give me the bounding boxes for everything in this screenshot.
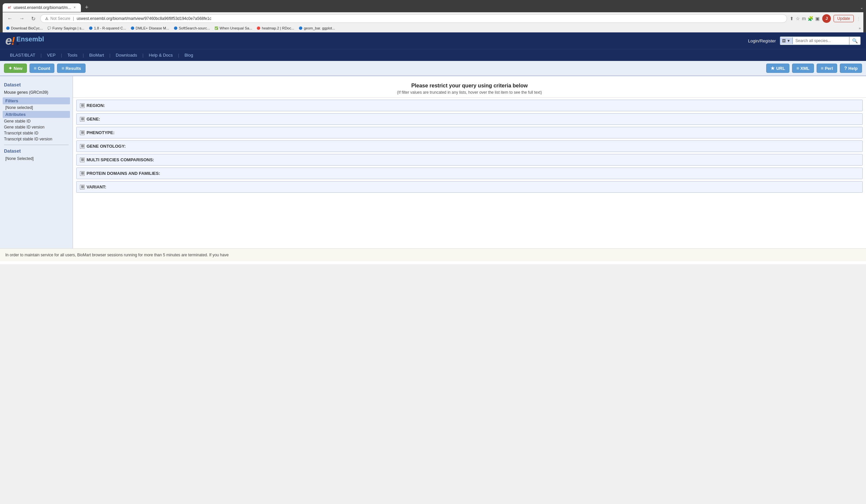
filter-section-phenotype: ⊞ PHENOTYPE: bbox=[76, 127, 863, 138]
bookmark-label-2: 1.8 - R-squared C... bbox=[94, 26, 126, 30]
address-bar[interactable]: ⚠ Not Secure | uswest.ensembl.org/biomar… bbox=[40, 14, 787, 23]
help-button[interactable]: ? Help bbox=[840, 64, 862, 73]
back-button[interactable]: ← bbox=[5, 15, 14, 22]
nav-links: BLAST/BLAT | VEP | Tools | BioMart | Dow… bbox=[5, 49, 861, 61]
logo-ensembl: Ensembl bbox=[16, 36, 44, 42]
xml-button[interactable]: ≡ XML bbox=[792, 64, 814, 73]
toolbar-right: ★ URL ≡ XML ≡ Perl ? Help bbox=[766, 64, 862, 73]
sidebar: Dataset Mouse genes (GRCm39) Filters [No… bbox=[0, 76, 73, 248]
new-button[interactable]: ✦ New bbox=[4, 64, 27, 73]
sidebar-attr-transcript-stable-id[interactable]: Transcript stable ID bbox=[3, 130, 70, 136]
bookmark-2[interactable]: 🔵 1.8 - R-squared C... bbox=[88, 26, 126, 31]
user-avatar[interactable]: J bbox=[822, 14, 831, 23]
help-label: Help bbox=[848, 66, 858, 71]
nav-vep[interactable]: VEP bbox=[42, 49, 60, 61]
results-button[interactable]: ≡ Results bbox=[57, 64, 85, 73]
nav-blog[interactable]: Blog bbox=[180, 49, 198, 61]
sidebar-attr-gene-stable-id-version[interactable]: Gene stable ID version bbox=[3, 124, 70, 130]
bookmarks-more-button[interactable]: » bbox=[859, 26, 861, 30]
species-selector-icon: 🖼 ▼ bbox=[782, 39, 790, 43]
sidebar-attr-gene-stable-id[interactable]: Gene stable ID bbox=[3, 118, 70, 124]
address-bar-row: ← → ↻ ⚠ Not Secure | uswest.ensembl.org/… bbox=[3, 12, 863, 25]
bookmark-5[interactable]: ✅ When Unequal Sa... bbox=[214, 26, 252, 31]
filter-section-gene-ontology-row[interactable]: ⊞ GENE ONTOLOGY: bbox=[77, 141, 862, 152]
filter-section-multi-species-row[interactable]: ⊞ MULTI SPECIES COMPARISONS: bbox=[77, 154, 862, 165]
nav-sep-0: | bbox=[40, 49, 42, 61]
nav-help-docs[interactable]: Help & Docs bbox=[144, 49, 177, 61]
url-icon: ★ bbox=[770, 66, 775, 71]
bookmark-label-4: SoftSearch-sourc... bbox=[179, 26, 210, 30]
bookmark-favicon-7: 🔵 bbox=[298, 26, 303, 31]
filter-gene-label: GENE: bbox=[87, 117, 100, 122]
results-label: Results bbox=[66, 66, 81, 71]
expand-multi-species-icon: ⊞ bbox=[80, 158, 85, 162]
nav-blast-blat[interactable]: BLAST/BLAT bbox=[5, 49, 40, 61]
filter-section-variant-row[interactable]: ⊞ VARIANT: bbox=[77, 182, 862, 192]
biomart-toolbar: ✦ New ≡ Count ≡ Results ★ URL ≡ XML ≡ Pe… bbox=[0, 61, 866, 76]
filter-section-protein-domains-row[interactable]: ⊞ PROTEIN DOMAINS AND FAMILIES: bbox=[77, 168, 862, 179]
tab-favicon: e! bbox=[8, 5, 11, 9]
bottom-notice: In order to maintain service for all use… bbox=[0, 248, 866, 261]
new-label: New bbox=[14, 66, 23, 71]
extensions-icon[interactable]: 🧩 bbox=[808, 16, 813, 21]
search-input[interactable] bbox=[793, 37, 849, 44]
bookmark-6[interactable]: 🔴 heatmap.2 | RDoc... bbox=[256, 26, 295, 31]
not-secure-label: Not Secure bbox=[51, 16, 70, 21]
tab-close-button[interactable]: × bbox=[74, 5, 76, 9]
nav-tools[interactable]: Tools bbox=[63, 49, 82, 61]
refresh-button[interactable]: ↻ bbox=[29, 15, 37, 23]
browser-menu-icon[interactable]: ⋮ bbox=[856, 16, 861, 21]
search-button[interactable]: 🔍 bbox=[849, 37, 861, 45]
logo-text-area: Ensembl 🏳 bbox=[16, 36, 44, 46]
header-top: e! Ensembl 🏳 Login/Register 🖼 ▼ 🔍 bbox=[0, 33, 866, 49]
m-icon[interactable]: m bbox=[802, 16, 806, 21]
active-tab[interactable]: e! uswest.ensembl.org/biomart/m... × bbox=[3, 3, 81, 12]
filter-panel: Please restrict your query using criteri… bbox=[73, 76, 866, 248]
share-icon[interactable]: ⬆ bbox=[790, 16, 794, 21]
ensembl-header: e! Ensembl 🏳 Login/Register 🖼 ▼ 🔍 bbox=[0, 33, 866, 61]
sidebar-attributes[interactable]: Attributes bbox=[3, 111, 70, 118]
sidebar-attr-transcript-stable-id-version[interactable]: Transcript stable ID version bbox=[3, 136, 70, 142]
sidebar-dataset2-title: Dataset bbox=[3, 148, 70, 154]
sidebar-toggle-icon[interactable]: ▣ bbox=[815, 16, 820, 21]
tab-bar: e! uswest.ensembl.org/biomart/m... × + ⌄ bbox=[3, 3, 863, 12]
filter-section-phenotype-row[interactable]: ⊞ PHENOTYPE: bbox=[77, 127, 862, 138]
bookmark-3[interactable]: 🔵 DMLE+ Disease M... bbox=[130, 26, 169, 31]
count-button[interactable]: ≡ Count bbox=[30, 64, 55, 73]
bookmark-1[interactable]: 💬 Funny Sayings | s... bbox=[47, 26, 84, 31]
bookmark-0[interactable]: 🔵 Download BioCyc... bbox=[5, 26, 43, 31]
update-button[interactable]: Update bbox=[833, 15, 854, 22]
help-icon: ? bbox=[844, 66, 847, 71]
species-search: 🖼 ▼ 🔍 bbox=[780, 36, 861, 45]
perl-button[interactable]: ≡ Perl bbox=[817, 64, 837, 73]
tab-title: uswest.ensembl.org/biomart/m... bbox=[14, 5, 71, 10]
bookmark-label-5: When Unequal Sa... bbox=[220, 26, 252, 30]
url-button[interactable]: ★ URL bbox=[766, 64, 789, 73]
nav-downloads[interactable]: Downloads bbox=[111, 49, 142, 61]
nav-bar: BLAST/BLAT | VEP | Tools | BioMart | Dow… bbox=[0, 49, 866, 61]
security-icon: ⚠ bbox=[45, 16, 48, 21]
nav-biomart[interactable]: BioMart bbox=[85, 49, 109, 61]
expand-region-icon: ⊞ bbox=[80, 103, 85, 108]
expand-variant-icon: ⊞ bbox=[80, 185, 85, 190]
sidebar-dataset-title: Dataset bbox=[3, 81, 70, 88]
forward-button[interactable]: → bbox=[17, 15, 26, 22]
expand-gene-ontology-icon: ⊞ bbox=[80, 144, 85, 149]
filter-section-protein-domains: ⊞ PROTEIN DOMAINS AND FAMILIES: bbox=[76, 168, 863, 179]
bookmark-4[interactable]: 🔵 SoftSearch-sourc... bbox=[173, 26, 210, 31]
filter-section-region-row[interactable]: ⊞ REGION: bbox=[77, 100, 862, 111]
sidebar-filters[interactable]: Filters bbox=[3, 98, 70, 104]
bookmark-favicon-0: 🔵 bbox=[5, 26, 10, 31]
tab-end-icon: ⌄ bbox=[860, 5, 863, 10]
bookmark-label-0: Download BioCyc... bbox=[11, 26, 43, 30]
expand-phenotype-icon: ⊞ bbox=[80, 130, 85, 135]
filter-section-gene-row[interactable]: ⊞ GENE: bbox=[77, 114, 862, 125]
bookmark-icon[interactable]: ☆ bbox=[796, 16, 800, 21]
bookmark-7[interactable]: 🔵 geom_bar. ggplot... bbox=[298, 26, 335, 31]
expand-gene-icon: ⊞ bbox=[80, 117, 85, 122]
species-selector-button[interactable]: 🖼 ▼ bbox=[780, 37, 793, 44]
new-tab-button[interactable]: + bbox=[82, 3, 91, 12]
count-label: Count bbox=[38, 66, 51, 71]
login-register-link[interactable]: Login/Register bbox=[748, 38, 776, 43]
filter-section-region: ⊞ REGION: bbox=[76, 100, 863, 111]
